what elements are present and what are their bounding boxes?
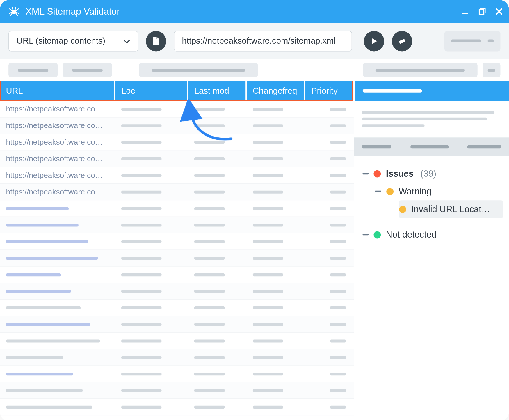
table-row[interactable]	[0, 267, 354, 283]
filter-chip-small[interactable]	[483, 63, 500, 77]
col-url[interactable]: URL	[0, 81, 115, 101]
table-row[interactable]	[0, 349, 354, 366]
table-row[interactable]	[0, 233, 354, 250]
cell-placeholder	[188, 200, 247, 216]
cell-placeholder	[115, 382, 188, 398]
cell-url	[0, 267, 115, 283]
side-tab[interactable]	[410, 145, 449, 149]
cell-placeholder	[305, 366, 352, 382]
warning-node[interactable]: Warning	[360, 182, 503, 200]
cell-url	[0, 399, 115, 415]
cell-placeholder	[188, 267, 247, 283]
table-row[interactable]: https://netpeaksoftware.co…	[0, 184, 354, 200]
cell-placeholder	[247, 217, 305, 233]
cell-placeholder	[188, 184, 247, 200]
svg-point-2	[14, 11, 15, 12]
results-table: URL Loc Last mod Changefreq Priority htt…	[0, 81, 354, 420]
cell-placeholder	[188, 167, 247, 183]
cell-placeholder	[247, 118, 305, 134]
minimize-button[interactable]	[460, 7, 470, 16]
col-loc[interactable]: Loc	[115, 81, 188, 101]
table-row[interactable]	[0, 399, 354, 416]
svg-point-1	[13, 11, 14, 12]
table-row[interactable]	[0, 200, 354, 217]
col-lastmod[interactable]: Last mod	[188, 81, 247, 101]
placeholder-button[interactable]	[444, 31, 500, 51]
cell-placeholder	[115, 134, 188, 150]
table-row[interactable]: https://netpeaksoftware.co…	[0, 151, 354, 167]
col-priority[interactable]: Priority	[305, 81, 352, 101]
col-changefreq[interactable]: Changefreq	[247, 81, 305, 101]
side-tab[interactable]	[467, 145, 501, 149]
cell-placeholder	[115, 349, 188, 365]
cell-placeholder	[247, 333, 305, 349]
filter-chip-wide[interactable]	[363, 63, 478, 77]
not-detected-node[interactable]: Not detected	[360, 226, 503, 244]
sitemap-url-input[interactable]: https://netpeaksoftware.com/sitemap.xml	[174, 31, 352, 51]
cell-placeholder	[188, 316, 247, 332]
cell-url	[0, 283, 115, 299]
cell-placeholder	[247, 316, 305, 332]
cell-placeholder	[305, 233, 352, 249]
side-tab[interactable]	[362, 145, 391, 149]
play-button[interactable]	[364, 31, 384, 51]
mode-select[interactable]: URL (sitemap contents)	[8, 31, 138, 51]
cell-placeholder	[305, 250, 352, 266]
issues-count: (39)	[420, 169, 436, 179]
cell-url	[0, 200, 115, 216]
issues-tree: Issues (39) Warning Invalid URL Locat… N…	[354, 156, 509, 252]
maximize-button[interactable]	[478, 7, 487, 16]
cell-placeholder	[115, 316, 188, 332]
cell-url	[0, 300, 115, 316]
cell-placeholder	[305, 134, 352, 150]
cell-placeholder	[115, 333, 188, 349]
cell-placeholder	[305, 300, 352, 316]
cell-placeholder	[188, 101, 247, 117]
issue-item[interactable]: Invalid URL Locat…	[399, 200, 503, 218]
table-row[interactable]	[0, 382, 354, 399]
table-row[interactable]	[0, 250, 354, 267]
table-row[interactable]: https://netpeaksoftware.co…	[0, 167, 354, 184]
table-row[interactable]	[0, 283, 354, 300]
app-title: XML Sitemap Validator	[25, 6, 120, 17]
cell-placeholder	[188, 118, 247, 134]
cell-placeholder	[247, 300, 305, 316]
cell-url	[0, 382, 115, 398]
cell-url	[0, 233, 115, 249]
cell-placeholder	[247, 151, 305, 167]
filter-chip[interactable]	[8, 63, 58, 77]
cell-placeholder	[247, 233, 305, 249]
cell-url: https://netpeaksoftware.co…	[0, 167, 115, 183]
clear-button[interactable]	[392, 31, 412, 51]
cell-url: https://netpeaksoftware.co…	[0, 118, 115, 134]
table-row[interactable]	[0, 217, 354, 233]
cell-placeholder	[305, 382, 352, 398]
close-button[interactable]	[494, 7, 504, 16]
file-button[interactable]	[146, 31, 166, 51]
side-header	[354, 81, 509, 101]
cell-url	[0, 250, 115, 266]
table-row[interactable]: https://netpeaksoftware.co…	[0, 101, 354, 118]
table-row[interactable]	[0, 333, 354, 349]
toolbar: URL (sitemap contents) https://netpeakso…	[0, 23, 509, 59]
cell-placeholder	[115, 250, 188, 266]
cell-url: https://netpeaksoftware.co…	[0, 134, 115, 150]
collapse-icon	[363, 234, 369, 235]
cell-placeholder	[305, 151, 352, 167]
table-row[interactable]: https://netpeaksoftware.co…	[0, 134, 354, 151]
table-row[interactable]	[0, 300, 354, 316]
issues-root[interactable]: Issues (39)	[360, 165, 503, 182]
cell-placeholder	[188, 366, 247, 382]
cell-placeholder	[305, 167, 352, 183]
cell-placeholder	[115, 283, 188, 299]
side-info-block	[354, 101, 509, 137]
filter-chip[interactable]	[63, 63, 112, 77]
warning-label: Warning	[399, 186, 432, 196]
eraser-icon	[398, 37, 406, 45]
table-row[interactable]: https://netpeaksoftware.co…	[0, 118, 354, 134]
filter-chip-wide[interactable]	[139, 63, 258, 77]
cell-placeholder	[305, 316, 352, 332]
table-row[interactable]	[0, 316, 354, 333]
side-tabbar	[354, 137, 509, 156]
table-row[interactable]	[0, 366, 354, 382]
